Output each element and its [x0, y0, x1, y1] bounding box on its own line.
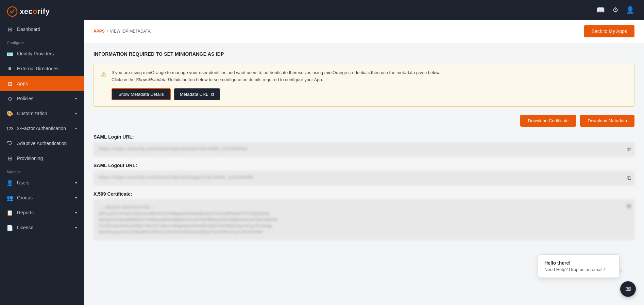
- sidebar-item-label: Policies: [17, 96, 33, 101]
- saml-login-field-group: SAML Login URL: https://login.xecurify.c…: [94, 134, 634, 157]
- cert-copy-button[interactable]: ⧉: [627, 203, 631, 209]
- breadcrumb-bar: APPS / VIEW IDP METADATA Back to My Apps: [84, 20, 644, 43]
- adaptive-auth-icon: 🛡: [7, 140, 13, 146]
- saml-login-copy-button[interactable]: ⧉: [627, 146, 631, 152]
- chat-bubble-icon: ✉: [625, 285, 631, 293]
- breadcrumb: APPS / VIEW IDP METADATA: [94, 29, 151, 34]
- download-certificate-button[interactable]: Download Certificate: [520, 115, 576, 127]
- sidebar-item-identity-providers[interactable]: 🪪 Identity Providers: [0, 46, 84, 61]
- back-to-apps-button[interactable]: Back to My Apps: [584, 25, 634, 37]
- book-icon[interactable]: 📖: [596, 6, 605, 14]
- saml-logout-input-wrap: https://login.xecurify.com/moas/idp/saml…: [94, 171, 634, 185]
- info-box-text: If you are using miniOrange to manage yo…: [112, 69, 441, 84]
- download-metadata-button[interactable]: Download Metadata: [580, 115, 634, 127]
- identity-providers-icon: 🪪: [7, 51, 13, 57]
- sidebar-item-customization[interactable]: 🎨 Customization ▾: [0, 106, 84, 121]
- copy-icon: ⧉: [627, 175, 631, 181]
- cert-line2: MIICpDCCAYwCCQDhAn4WnhfvjTANBgkqhkiG9w0B…: [99, 211, 629, 217]
- sidebar-item-label: License: [17, 225, 33, 230]
- chevron-down-icon: ▾: [75, 211, 77, 215]
- copy-icon: ⧉: [627, 146, 631, 152]
- main-content: INFORMATION REQUIRED TO SET MINIORANGE A…: [84, 43, 644, 254]
- chevron-down-icon: ▾: [75, 181, 77, 185]
- provisioning-icon: ⊞: [7, 155, 13, 161]
- logo-icon: [7, 6, 18, 17]
- saml-logout-field-group: SAML Logout URL: https://login.xecurify.…: [94, 163, 634, 185]
- chevron-down-icon: ▾: [75, 126, 77, 131]
- section-title: INFORMATION REQUIRED TO SET MINIORANGE A…: [94, 51, 634, 57]
- logo: xecorify: [0, 0, 84, 22]
- chevron-down-icon: ▾: [75, 196, 77, 200]
- user-icon[interactable]: 👤: [626, 6, 634, 14]
- sidebar-item-label: Groups: [17, 195, 33, 200]
- sidebar-item-license[interactable]: 📄 License ▾: [0, 220, 84, 235]
- sidebar-item-label: Users: [17, 180, 30, 185]
- policies-icon: ⊙: [7, 95, 13, 102]
- sidebar-item-external-directories[interactable]: ≡ External Directories: [0, 61, 84, 76]
- users-icon: 👤: [7, 180, 13, 186]
- sidebar-item-2fa[interactable]: 123 2-Factor Authentication ▾: [0, 121, 84, 136]
- cert-line5: NxkKtLpiuvXi4JJGMwMKH2R5cCLFknSH3sMJIjHu…: [99, 229, 629, 235]
- license-icon: 📄: [7, 225, 13, 231]
- show-metadata-italic: Show Metadata Details: [136, 77, 182, 82]
- chevron-down-icon: ▾: [75, 96, 77, 101]
- metadata-url-button[interactable]: Metadata URL ⧉: [174, 88, 220, 100]
- breadcrumb-link[interactable]: APPS: [94, 29, 105, 34]
- 2fa-icon: 123: [7, 125, 13, 131]
- sidebar-item-label: Apps: [17, 81, 28, 86]
- copy-icon: ⧉: [627, 203, 631, 209]
- saml-logout-copy-button[interactable]: ⧉: [627, 175, 631, 181]
- external-directories-icon: ≡: [7, 66, 13, 72]
- configure-label: Configure: [0, 37, 84, 46]
- breadcrumb-separator: /: [107, 29, 108, 34]
- info-box-content: If you are using miniOrange to manage yo…: [112, 69, 441, 100]
- sidebar-item-label: Identity Providers: [17, 51, 54, 56]
- groups-icon: 👥: [7, 195, 13, 201]
- gear-icon[interactable]: ⚙: [612, 6, 618, 14]
- sidebar-item-label: Dashboard: [17, 26, 40, 32]
- manage-label: Manage: [0, 166, 84, 175]
- sidebar-item-label: Reports: [17, 210, 34, 215]
- sidebar-item-label: Adaptive Authentication: [17, 141, 67, 146]
- cert-field-group: X.509 Certificate: ⧉ -----BEGIN CERTIFIC…: [94, 191, 634, 240]
- saml-logout-label: SAML Logout URL:: [94, 163, 634, 168]
- saml-logout-input[interactable]: https://login.xecurify.com/moas/idp/saml…: [94, 171, 634, 185]
- chat-help: Need Help? Drop us an email !: [544, 267, 613, 272]
- sidebar-item-label: 2-Factor Authentication: [17, 126, 66, 131]
- sidebar: xecorify ⊞ Dashboard Configure 🪪 Identit…: [0, 0, 84, 305]
- saml-login-label: SAML Login URL:: [94, 134, 634, 140]
- warning-icon: ⚠: [101, 70, 107, 100]
- download-row: Download Certificate Download Metadata: [94, 115, 634, 127]
- cert-label: X.509 Certificate:: [94, 191, 634, 197]
- sidebar-item-provisioning[interactable]: ⊞ Provisioning: [0, 151, 84, 166]
- chevron-down-icon: ▾: [75, 226, 77, 230]
- sidebar-item-reports[interactable]: 📋 Reports ▾: [0, 205, 84, 220]
- cert-line1: -----BEGIN CERTIFICATE-----: [99, 204, 629, 211]
- sidebar-item-groups[interactable]: 👥 Groups ▾: [0, 190, 84, 205]
- saml-login-input[interactable]: https://login.xecurify.com/moas/idp/saml…: [94, 142, 634, 157]
- sidebar-item-users[interactable]: 👤 Users ▾: [0, 175, 84, 190]
- sidebar-item-apps[interactable]: ⊞ Apps: [0, 76, 84, 91]
- chat-bubble-button[interactable]: ✉: [620, 281, 636, 297]
- saml-login-input-wrap: https://login.xecurify.com/moas/idp/saml…: [94, 142, 634, 157]
- brand-name: xecorify: [20, 7, 50, 16]
- cert-line3: aW5pb3JhbmdlMB4XDTIxMDkxMDE4MjMwNVoXDTMx…: [99, 217, 629, 223]
- chevron-down-icon: ▾: [75, 111, 77, 116]
- dashboard-icon: ⊞: [7, 26, 13, 32]
- info-box-buttons: Show Metadata Details Metadata URL ⧉: [112, 88, 441, 100]
- customization-icon: 🎨: [7, 110, 13, 116]
- cert-area[interactable]: ⧉ -----BEGIN CERTIFICATE----- MIICpDCCAY…: [94, 199, 634, 240]
- sidebar-item-label: External Directories: [17, 66, 58, 71]
- sidebar-item-adaptive-auth[interactable]: 🛡 Adaptive Authentication: [0, 136, 84, 151]
- reports-icon: 📋: [7, 210, 13, 216]
- sidebar-item-dashboard[interactable]: ⊞ Dashboard: [0, 22, 84, 37]
- cert-line4: A1UEAwwJbWluaW9yYW5nZTCBnzANBgkqhkiG9w0B…: [99, 223, 629, 229]
- sidebar-item-label: Provisioning: [17, 156, 43, 161]
- show-metadata-button[interactable]: Show Metadata Details: [112, 88, 171, 100]
- sidebar-item-policies[interactable]: ⊙ Policies ▾: [0, 91, 84, 106]
- chat-popup: Hello there! Need Help? Drop us an email…: [538, 254, 620, 278]
- topbar: 📖 ⚙ 👤: [84, 0, 644, 20]
- chat-hello: Hello there!: [544, 260, 613, 266]
- sidebar-item-label: Customization: [17, 111, 47, 116]
- breadcrumb-current: VIEW IDP METADATA: [110, 29, 151, 34]
